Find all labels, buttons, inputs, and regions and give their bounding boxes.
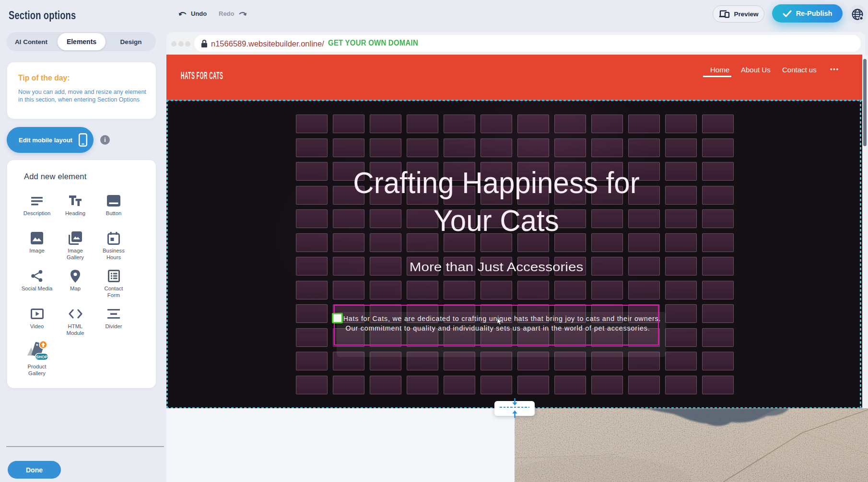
- svg-text:SHOP: SHOP: [36, 355, 48, 359]
